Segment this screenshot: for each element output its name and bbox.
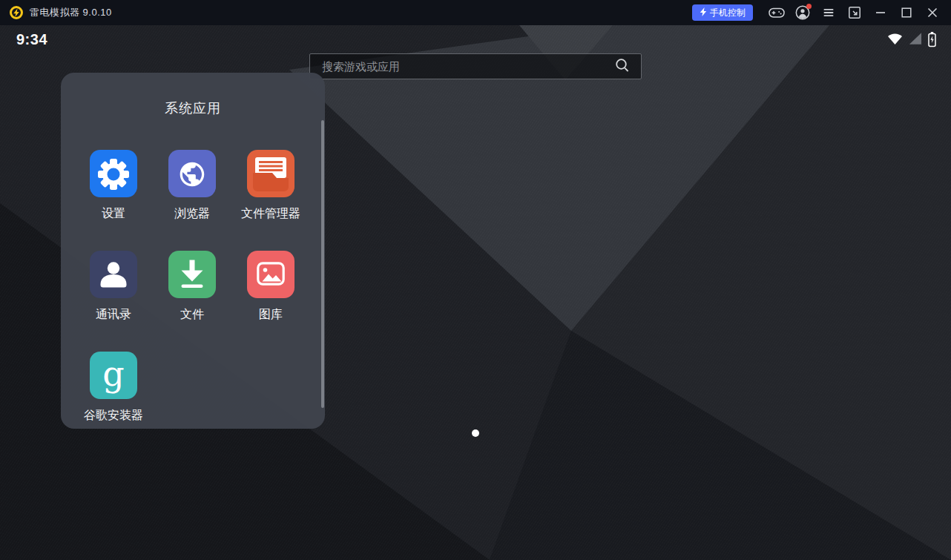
maximize-icon <box>898 4 915 22</box>
lightning-bolt-icon <box>700 7 707 19</box>
app-label: 文件 <box>180 307 204 323</box>
app-label: 图库 <box>259 307 283 323</box>
gamepad-icon <box>768 4 786 22</box>
window-titlebar: 雷电模拟器 9.0.10 手机控制 <box>0 0 951 25</box>
fullscreen-button[interactable] <box>843 0 866 25</box>
app-file-manager[interactable]: 文件管理器 <box>231 150 310 251</box>
search-input[interactable] <box>322 60 614 73</box>
battery-charging-icon <box>927 30 938 51</box>
search-bar[interactable] <box>309 53 642 79</box>
gallery-image-icon <box>247 251 294 298</box>
window-title: 雷电模拟器 9.0.10 <box>30 6 112 19</box>
svg-text:g: g <box>102 354 124 394</box>
folder-title: 系统应用 <box>61 99 325 117</box>
maximize-button[interactable] <box>895 0 918 25</box>
google-installer-g-icon: g <box>90 352 137 399</box>
cellular-signal-icon <box>907 30 923 50</box>
android-home-screen: 9:34 <box>0 25 951 560</box>
minimize-button[interactable] <box>869 0 892 25</box>
app-label: 文件管理器 <box>241 206 300 222</box>
app-label: 设置 <box>102 206 125 222</box>
app-contacts[interactable]: 通讯录 <box>74 251 153 352</box>
wifi-icon <box>886 30 904 50</box>
menu-icon <box>820 4 838 22</box>
app-gallery[interactable]: 图库 <box>231 251 310 352</box>
status-time: 9:34 <box>16 31 47 48</box>
fullscreen-icon <box>846 4 863 22</box>
app-google-installer[interactable]: g谷歌安装器 <box>74 352 153 452</box>
emulator-window: 雷电模拟器 9.0.10 手机控制 <box>0 0 951 560</box>
contacts-person-icon <box>90 251 137 298</box>
phone-control-button[interactable]: 手机控制 <box>692 4 753 21</box>
app-grid: 设置浏览器文件管理器通讯录文件图库g谷歌安装器 <box>74 150 310 452</box>
system-apps-folder: 系统应用 设置浏览器文件管理器通讯录文件图库g谷歌安装器 <box>61 73 325 429</box>
phone-control-label: 手机控制 <box>710 7 746 19</box>
files-download-icon <box>168 251 216 298</box>
settings-gear-icon <box>90 150 137 197</box>
page-indicator-dot[interactable] <box>472 429 479 437</box>
file-manager-folder-icon <box>247 150 294 197</box>
app-label: 谷歌安装器 <box>84 408 143 424</box>
app-files[interactable]: 文件 <box>153 251 231 352</box>
app-label: 浏览器 <box>174 206 210 222</box>
app-browser[interactable]: 浏览器 <box>153 150 231 251</box>
magnifier-icon[interactable] <box>614 57 631 76</box>
app-settings[interactable]: 设置 <box>74 150 153 251</box>
gamepad-button[interactable] <box>766 0 788 25</box>
app-label: 通讯录 <box>96 307 131 323</box>
folder-scrollbar[interactable] <box>321 120 324 408</box>
notification-dot <box>806 4 812 9</box>
ldplayer-logo-icon <box>9 5 24 20</box>
close-button[interactable] <box>921 0 944 25</box>
status-icons <box>886 30 938 48</box>
menu-button[interactable] <box>817 0 840 25</box>
support-agent-button[interactable] <box>792 0 814 25</box>
browser-globe-icon <box>168 150 216 197</box>
minimize-icon <box>872 4 889 22</box>
close-icon <box>924 4 941 22</box>
